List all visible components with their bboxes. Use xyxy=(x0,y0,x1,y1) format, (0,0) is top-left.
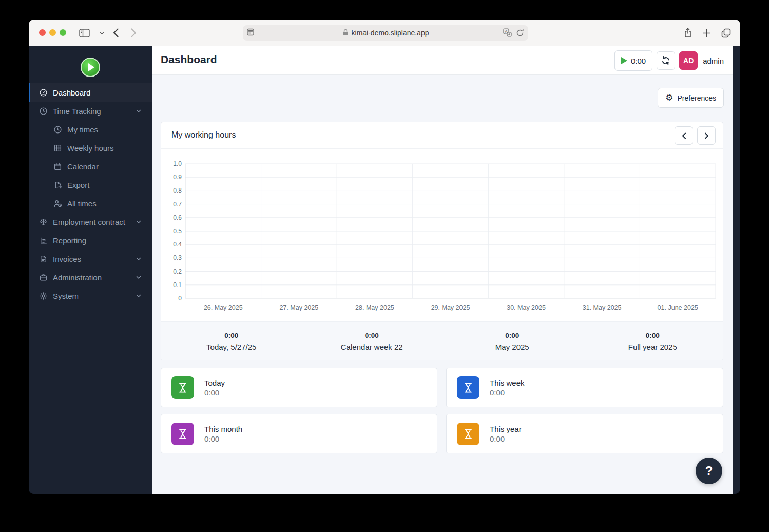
new-tab-icon[interactable] xyxy=(700,27,713,39)
content: ⚙ Preferences My working hours xyxy=(152,75,733,494)
chevron-down-icon[interactable] xyxy=(95,27,108,39)
sidebar-item-employment-contract[interactable]: Employment contract xyxy=(29,213,152,231)
summary-item-calendar-week-22: 0:00Calendar week 22 xyxy=(302,322,443,360)
avatar[interactable]: AD xyxy=(679,51,698,70)
grid-icon xyxy=(53,144,62,153)
widget-this-month[interactable]: This month0:00 xyxy=(161,414,437,453)
page-title: Dashboard xyxy=(161,53,217,66)
briefcase-icon xyxy=(39,273,48,282)
reload-icon[interactable] xyxy=(516,28,524,39)
sidebar-item-time-tracking[interactable]: Time Tracking xyxy=(29,102,152,120)
summary-value: 0:00 xyxy=(224,332,238,339)
widget-this-week[interactable]: This week0:00 xyxy=(446,368,723,407)
back-icon[interactable] xyxy=(109,27,122,39)
widget-today[interactable]: Today0:00 xyxy=(161,368,437,407)
translate-icon[interactable]: A xyxy=(503,28,512,39)
chevron-down-icon xyxy=(136,293,142,299)
working-hours-chart: 1.00.90.80.70.60.50.40.30.20.1026. May 2… xyxy=(161,149,724,321)
working-hours-card: My working hours 1.00.90 xyxy=(161,122,723,360)
svg-text:0.8: 0.8 xyxy=(173,187,182,194)
preferences-button[interactable]: ⚙ Preferences xyxy=(658,88,724,108)
svg-text:31. May 2025: 31. May 2025 xyxy=(583,304,622,311)
summary-value: 0:00 xyxy=(365,332,379,339)
sidebar-item-weekly-hours[interactable]: Weekly hours xyxy=(29,139,152,157)
zoom-window-button[interactable] xyxy=(60,29,66,36)
preferences-label: Preferences xyxy=(678,94,716,102)
sidebar-item-administration[interactable]: Administration xyxy=(29,268,152,287)
widget-value: 0:00 xyxy=(204,388,225,397)
widget-this-year[interactable]: This year0:00 xyxy=(446,414,723,453)
gauge-icon xyxy=(39,88,48,97)
forward-icon[interactable] xyxy=(127,27,140,39)
sidebar-item-my-times[interactable]: My times xyxy=(29,120,152,139)
summary-value: 0:00 xyxy=(505,332,519,339)
working-hours-title: My working hours xyxy=(171,130,236,140)
summary-item-may-2025: 0:00May 2025 xyxy=(442,322,583,360)
working-hours-header: My working hours xyxy=(161,122,723,149)
widget-value: 0:00 xyxy=(204,434,242,443)
user-clock-icon xyxy=(53,199,62,208)
sidebar-item-export[interactable]: Export xyxy=(29,176,152,194)
chevron-down-icon xyxy=(136,219,142,225)
hourglass-icon xyxy=(457,423,479,445)
file-export-icon xyxy=(53,181,62,189)
hourglass-icon xyxy=(171,423,194,445)
chevron-down-icon xyxy=(136,256,142,262)
widget-title: This week xyxy=(490,378,525,387)
app-page: DashboardTime TrackingMy timesWeekly hou… xyxy=(29,46,740,494)
summary-label: Calendar week 22 xyxy=(341,343,403,351)
sidebar-item-all-times[interactable]: All times xyxy=(29,194,152,213)
minimize-window-button[interactable] xyxy=(49,29,56,36)
hourglass-icon xyxy=(171,376,194,399)
summary-label: May 2025 xyxy=(495,343,529,351)
refresh-icon xyxy=(661,56,670,65)
svg-text:0.1: 0.1 xyxy=(173,281,182,289)
prev-period-button[interactable] xyxy=(675,126,693,145)
sidebar-item-label: Dashboard xyxy=(53,88,90,97)
sidebar-toggle-icon[interactable] xyxy=(78,27,90,39)
sidebar-item-invoices[interactable]: Invoices xyxy=(29,250,152,268)
sidebar-item-dashboard[interactable]: Dashboard xyxy=(29,83,152,102)
sidebar-nav: DashboardTime TrackingMy timesWeekly hou… xyxy=(29,83,152,305)
svg-text:29. May 2025: 29. May 2025 xyxy=(431,304,470,311)
chevron-left-icon xyxy=(681,132,687,140)
tab-overview-icon[interactable] xyxy=(720,27,732,39)
svg-text:0.4: 0.4 xyxy=(173,241,182,248)
sidebar-item-calendar[interactable]: Calendar xyxy=(29,157,152,176)
summary-item-full-year-2025: 0:00Full year 2025 xyxy=(583,322,723,360)
browser-window: kimai-demo.sliplane.app A xyxy=(29,20,740,494)
sidebar-item-label: Administration xyxy=(53,273,102,282)
next-period-button[interactable] xyxy=(697,126,716,145)
svg-text:27. May 2025: 27. May 2025 xyxy=(279,304,318,311)
lock-icon xyxy=(342,29,349,37)
help-button[interactable]: ? xyxy=(696,458,722,484)
chevron-right-icon xyxy=(703,132,710,140)
sidebar-item-label: Export xyxy=(67,181,89,189)
browser-chrome: kimai-demo.sliplane.app A xyxy=(29,20,740,46)
widget-title: This month xyxy=(204,425,242,433)
close-window-button[interactable] xyxy=(39,29,46,36)
svg-text:01. June 2025: 01. June 2025 xyxy=(658,304,698,311)
summary-value: 0:00 xyxy=(646,332,660,339)
chevron-down-icon xyxy=(136,108,142,114)
url-text: kimai-demo.sliplane.app xyxy=(352,29,429,37)
start-timer-button[interactable]: 0:00 xyxy=(614,50,652,71)
svg-text:0.7: 0.7 xyxy=(173,201,182,208)
refresh-button[interactable] xyxy=(657,51,675,70)
sidebar-item-reporting[interactable]: Reporting xyxy=(29,231,152,250)
svg-text:1.0: 1.0 xyxy=(173,160,182,167)
address-bar[interactable]: kimai-demo.sliplane.app A xyxy=(243,25,528,41)
hourglass-icon xyxy=(457,376,479,399)
kimai-logo-icon[interactable] xyxy=(81,58,100,77)
share-icon[interactable] xyxy=(682,27,694,39)
summary-label: Today, 5/27/25 xyxy=(206,343,256,351)
widget-value: 0:00 xyxy=(490,434,522,443)
widget-title: This year xyxy=(490,425,522,433)
sidebar-item-label: All times xyxy=(67,199,97,208)
username[interactable]: admin xyxy=(703,56,724,65)
svg-text:0.3: 0.3 xyxy=(173,254,182,261)
sidebar-item-system[interactable]: System xyxy=(29,287,152,305)
reader-icon[interactable] xyxy=(247,28,254,38)
sidebar-item-label: Reporting xyxy=(53,236,86,245)
sidebar-item-label: Calendar xyxy=(67,162,99,171)
